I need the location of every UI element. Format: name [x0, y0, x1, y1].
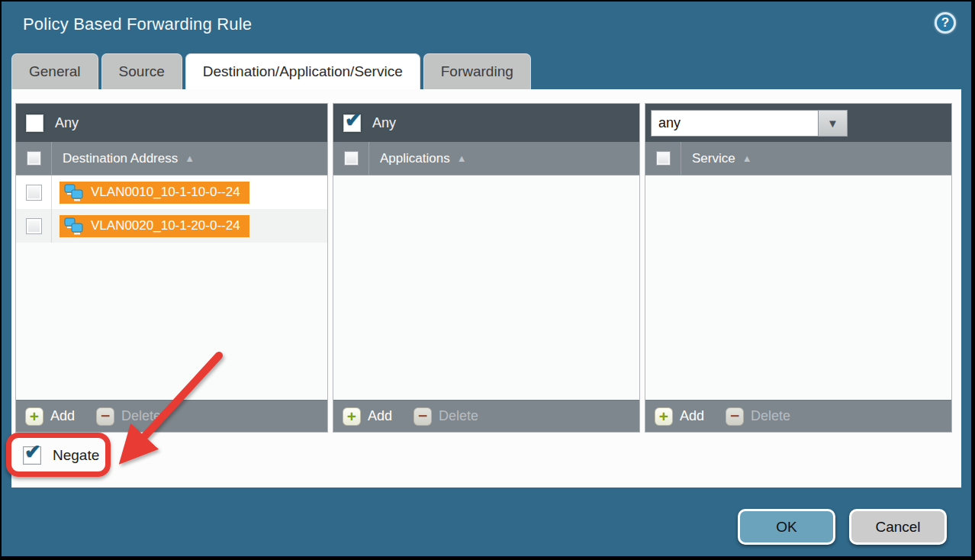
negate-label: Negate	[53, 447, 99, 464]
network-icon	[64, 184, 85, 201]
negate-row: ✔ Negate	[23, 446, 99, 465]
network-icon	[64, 217, 85, 235]
address-object-label: VLAN0010_10-1-10-0--24	[91, 185, 240, 200]
dialog-title: Policy Based Forwarding Rule	[23, 14, 252, 34]
applications-footer: + Add − Delete	[333, 400, 639, 432]
service-select-all-checkbox[interactable]	[656, 151, 671, 166]
destination-column-label[interactable]: Destination Address	[52, 151, 178, 166]
minus-icon: −	[726, 407, 744, 426]
service-column-label[interactable]: Service	[681, 151, 735, 166]
applications-column-header: Applications ▲	[333, 142, 639, 175]
row-checkbox[interactable]	[26, 185, 42, 201]
address-object-chip[interactable]: VLAN0010_10-1-10-0--24	[60, 182, 249, 204]
service-dropdown-value[interactable]: any	[651, 110, 819, 137]
ok-button[interactable]: OK	[738, 509, 835, 545]
chevron-down-icon: ▼	[827, 117, 838, 130]
destination-select-all-checkbox[interactable]	[27, 151, 41, 166]
service-footer: + Add − Delete	[645, 400, 951, 432]
applications-column-label[interactable]: Applications	[369, 151, 450, 166]
applications-select-all-checkbox[interactable]	[344, 151, 359, 166]
dropdown-button[interactable]: ▼	[819, 110, 848, 137]
service-column-header: Service ▲	[645, 142, 951, 175]
tab-content: Any Destination Address ▲	[11, 89, 961, 488]
applications-list	[333, 175, 639, 400]
tab-source[interactable]: Source	[101, 53, 182, 89]
table-row[interactable]: VLAN0020_10-1-20-0--24	[16, 209, 327, 243]
destination-column-header: Destination Address ▲	[16, 142, 327, 175]
destination-any-label: Any	[55, 115, 79, 131]
delete-button[interactable]: − Delete	[413, 407, 478, 426]
destination-list: VLAN0010_10-1-10-0--24 VLAN	[16, 175, 327, 400]
service-dropdown-header: any ▼	[645, 104, 951, 142]
negate-checkbox[interactable]: ✔	[23, 446, 41, 465]
plus-icon: +	[25, 407, 43, 426]
destination-any-header: Any	[16, 104, 327, 142]
destination-any-checkbox[interactable]	[26, 114, 43, 132]
minus-icon: −	[96, 407, 114, 426]
cancel-button[interactable]: Cancel	[849, 509, 947, 545]
row-checkbox[interactable]	[26, 218, 42, 234]
sort-ascending-icon[interactable]: ▲	[457, 153, 467, 164]
applications-any-label: Any	[372, 115, 396, 131]
table-row[interactable]: VLAN0010_10-1-10-0--24	[16, 175, 327, 209]
address-object-label: VLAN0020_10-1-20-0--24	[91, 218, 240, 233]
tab-general[interactable]: General	[11, 53, 98, 89]
applications-panel: ✔ Any Applications ▲ + Add − Delete	[333, 103, 640, 433]
tab-bar: General Source Destination/Application/S…	[11, 53, 531, 89]
applications-any-header: ✔ Any	[333, 104, 639, 142]
service-panel: any ▼ Service ▲ + Add	[645, 103, 952, 433]
applications-any-checkbox[interactable]: ✔	[343, 114, 361, 132]
pbf-rule-dialog: Policy Based Forwarding Rule ? General S…	[2, 2, 971, 556]
tab-destination-application-service[interactable]: Destination/Application/Service	[185, 53, 420, 90]
service-list	[645, 175, 951, 400]
delete-button[interactable]: − Delete	[96, 407, 161, 426]
minus-icon: −	[413, 407, 432, 426]
service-dropdown[interactable]: any ▼	[651, 110, 848, 137]
add-button[interactable]: + Add	[655, 407, 704, 426]
address-object-chip[interactable]: VLAN0020_10-1-20-0--24	[60, 215, 249, 237]
checkmark-icon: ✔	[345, 108, 362, 132]
sort-ascending-icon[interactable]: ▲	[742, 153, 752, 164]
add-button[interactable]: + Add	[343, 407, 392, 426]
plus-icon: +	[343, 407, 361, 426]
delete-button[interactable]: − Delete	[726, 407, 790, 426]
checkmark-icon: ✔	[24, 440, 41, 464]
tab-forwarding[interactable]: Forwarding	[423, 53, 531, 89]
help-icon[interactable]: ?	[935, 12, 956, 34]
add-button[interactable]: + Add	[25, 407, 75, 426]
destination-footer: + Add − Delete	[16, 400, 327, 432]
sort-ascending-icon[interactable]: ▲	[185, 153, 195, 164]
destination-address-panel: Any Destination Address ▲	[15, 103, 328, 433]
plus-icon: +	[655, 407, 673, 426]
